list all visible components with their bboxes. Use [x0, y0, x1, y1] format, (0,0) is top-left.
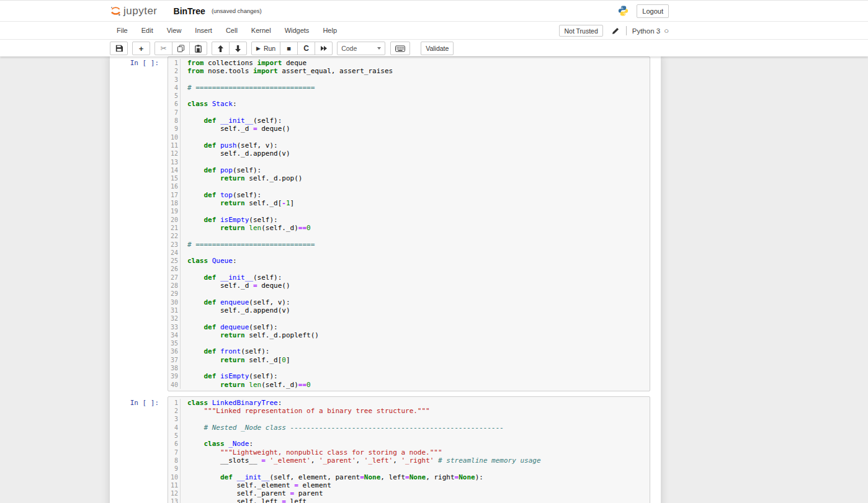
- notebook-header: jupyter BinTree (unsaved changes) Logout…: [0, 0, 868, 56]
- fast-forward-icon: [320, 45, 328, 51]
- kernel-name: Python 3: [632, 27, 660, 35]
- line-number: 4: [168, 424, 181, 432]
- command-palette-button[interactable]: [390, 42, 410, 55]
- line-number: 29: [168, 290, 181, 298]
- plus-icon: +: [139, 44, 144, 53]
- move-cell-down-button[interactable]: [229, 42, 247, 55]
- line-number: 32: [168, 314, 181, 323]
- line-number: 9: [168, 465, 181, 473]
- code-editor[interactable]: 1from collections import deque2from nose…: [168, 56, 650, 391]
- code-cell: In [ ]:1from collections import deque2fr…: [110, 56, 650, 391]
- line-number: 27: [168, 274, 181, 282]
- paste-cell-button[interactable]: [189, 42, 207, 55]
- line-number: 7: [168, 109, 181, 117]
- code-line: [181, 415, 187, 423]
- code-line: return len(self._d)==0: [181, 381, 311, 389]
- code-line: class LinkedBinaryTree:: [181, 399, 282, 407]
- menu-widgets[interactable]: Widgets: [278, 22, 316, 40]
- code-line: [181, 364, 187, 372]
- code-line: def pop(self):: [181, 166, 261, 174]
- menu-help[interactable]: Help: [316, 22, 344, 40]
- cell-type-dropdown[interactable]: Code: [337, 42, 385, 55]
- move-cell-up-button[interactable]: [212, 42, 230, 55]
- paste-icon: [194, 45, 202, 53]
- code-line: [181, 314, 187, 323]
- restart-icon: C: [303, 44, 309, 53]
- interrupt-kernel-button[interactable]: ■: [280, 42, 298, 55]
- menu-insert[interactable]: Insert: [188, 22, 219, 40]
- menu-edit[interactable]: Edit: [135, 22, 160, 40]
- code-line: def __init__(self):: [181, 274, 282, 282]
- code-editor[interactable]: 1class LinkedBinaryTree:2 """Linked repr…: [168, 396, 650, 503]
- code-line: [181, 182, 187, 190]
- save-button[interactable]: [110, 42, 128, 55]
- code-line: class _Node:: [181, 440, 253, 448]
- input-prompt: In [ ]:: [110, 56, 168, 391]
- line-number: 12: [168, 149, 181, 158]
- code-line: [181, 158, 187, 166]
- line-number: 11: [168, 481, 181, 489]
- logout-button[interactable]: Logout: [637, 4, 669, 18]
- save-icon: [115, 45, 123, 52]
- code-line: from collections import deque: [181, 59, 306, 67]
- arrow-down-icon: [235, 45, 241, 52]
- restart-run-all-button[interactable]: [315, 42, 333, 55]
- code-line: return self._d[-1]: [181, 199, 294, 207]
- line-number: 7: [168, 448, 181, 456]
- code-line: from nose.tools import assert_equal, ass…: [181, 67, 393, 75]
- code-line: def isEmpty(self):: [181, 372, 278, 380]
- menu-file[interactable]: File: [110, 22, 135, 40]
- code-line: return len(self._d)==0: [181, 224, 311, 232]
- code-line: [181, 432, 187, 440]
- code-line: [181, 339, 187, 347]
- line-number: 24: [168, 249, 181, 257]
- line-number: 30: [168, 298, 181, 306]
- line-number: 6: [168, 100, 181, 108]
- code-line: def __init__(self, element, parent=None,…: [181, 473, 483, 481]
- menubar: FileEditViewInsertCellKernelWidgetsHelp: [110, 22, 344, 40]
- code-line: [181, 232, 187, 240]
- code-line: def __init__(self):: [181, 117, 282, 125]
- menu-kernel[interactable]: Kernel: [244, 22, 278, 40]
- line-number: 26: [168, 265, 181, 273]
- code-line: [181, 249, 187, 257]
- line-number: 18: [168, 199, 181, 207]
- play-icon: ▶: [256, 46, 261, 51]
- code-line: # Nested _Node class -------------------…: [181, 424, 504, 432]
- line-number: 1: [168, 399, 181, 407]
- line-number: 8: [168, 456, 181, 465]
- code-line: def top(self):: [181, 191, 261, 199]
- code-line: self._d.append(v): [181, 149, 290, 158]
- line-number: 38: [168, 364, 181, 372]
- code-line: class Queue:: [181, 257, 237, 265]
- line-number: 34: [168, 331, 181, 339]
- menu-cell[interactable]: Cell: [219, 22, 244, 40]
- cell-type-selected: Code: [341, 45, 357, 52]
- jupyter-logo-icon: [110, 4, 122, 17]
- code-line: """Linked representation of a binary tre…: [181, 407, 430, 415]
- line-number: 39: [168, 372, 181, 380]
- copy-cell-button[interactable]: [172, 42, 190, 55]
- add-cell-button[interactable]: +: [132, 42, 150, 55]
- line-number: 1: [168, 59, 181, 67]
- line-number: 14: [168, 166, 181, 174]
- trust-status-button[interactable]: Not Trusted: [559, 25, 602, 37]
- cut-cell-button[interactable]: ✂: [154, 42, 172, 55]
- code-line: self._left = left: [181, 497, 306, 503]
- line-number: 2: [168, 407, 181, 415]
- jupyter-logo[interactable]: jupyter: [110, 4, 158, 17]
- line-number: 36: [168, 347, 181, 355]
- code-line: # =============================: [181, 84, 315, 92]
- restart-kernel-button[interactable]: C: [297, 42, 315, 55]
- code-line: self._parent = parent: [181, 489, 323, 497]
- run-cell-button[interactable]: ▶ Run: [251, 42, 280, 55]
- line-number: 21: [168, 224, 181, 232]
- notebook-site: In [ ]:1from collections import deque2fr…: [0, 56, 868, 503]
- kernel-idle-indicator-icon: ○: [664, 27, 669, 35]
- menu-view[interactable]: View: [160, 22, 189, 40]
- notebook-title[interactable]: BinTree: [174, 6, 205, 16]
- code-line: """Lightweight, nonpublic class for stor…: [181, 448, 442, 456]
- edit-title-pencil-icon[interactable]: [612, 27, 619, 35]
- line-number: 11: [168, 141, 181, 149]
- validate-button[interactable]: Validate: [421, 42, 454, 55]
